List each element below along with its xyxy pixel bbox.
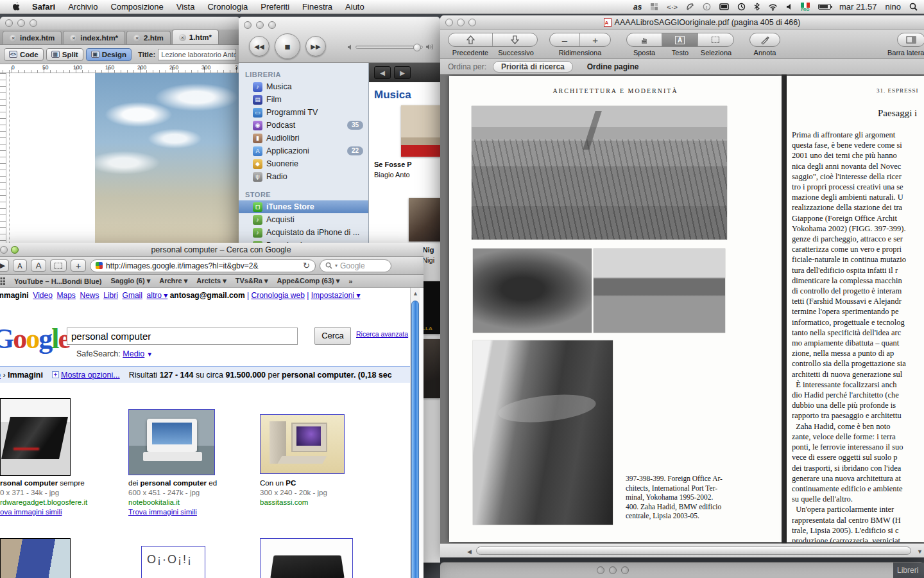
menu-safari[interactable]: Safari <box>26 2 62 12</box>
sidebar-item-suonerie[interactable]: ◆Suonerie <box>239 157 368 170</box>
store-forward-button[interactable]: ▶ <box>394 66 411 79</box>
move-tool-button[interactable] <box>627 33 662 46</box>
sidebar-item-musica[interactable]: ♪Musica <box>239 80 368 93</box>
nav-news[interactable]: News <box>80 291 99 300</box>
battery-icon[interactable] <box>818 1 831 13</box>
webclip-button[interactable] <box>50 259 67 272</box>
increase-text-button[interactable]: A <box>31 259 46 272</box>
next-track-button[interactable]: ▶▶ <box>305 36 326 57</box>
menu-finestra[interactable]: Finestra <box>296 2 339 12</box>
result-image-person[interactable] <box>0 538 71 578</box>
menu-cronologia[interactable]: Cronologia <box>201 2 254 12</box>
nav-video[interactable]: Video <box>33 291 52 300</box>
album-artist[interactable]: Biagio Anto <box>374 171 410 179</box>
safesearch-level-link[interactable]: Medio <box>123 349 144 358</box>
minimize-button[interactable] <box>17 19 25 27</box>
zoom-button[interactable] <box>268 21 276 29</box>
background-window-titlebar[interactable]: Libreri <box>440 562 924 578</box>
volume-thumb[interactable] <box>413 44 421 51</box>
wifi-icon[interactable] <box>768 1 778 13</box>
design-view-button[interactable]: ▣Design <box>86 48 132 61</box>
text-tool-button[interactable]: A <box>662 33 697 46</box>
search-query-input[interactable] <box>67 328 298 345</box>
bookmark-tvs-ra[interactable]: TVs&Ra ▾ <box>235 277 268 285</box>
close-tab-icon[interactable]: × <box>70 35 77 42</box>
vertical-scrollbar[interactable]: ▲ <box>410 288 420 578</box>
sidebar-item-film[interactable]: ▤Film <box>239 93 368 106</box>
result-image-settopbox[interactable] <box>260 538 353 578</box>
tab-index-htm[interactable]: ×index.htm <box>3 31 62 44</box>
close-tab-icon[interactable]: × <box>10 35 17 42</box>
result-image-laptops[interactable] <box>0 398 71 476</box>
close-button[interactable] <box>597 566 604 574</box>
previous-page-button[interactable] <box>449 33 493 46</box>
volume-menu-icon[interactable] <box>786 1 792 13</box>
phone-sync-icon[interactable] <box>686 1 694 13</box>
zoom-in-button[interactable]: + <box>580 33 610 46</box>
preview-titlebar[interactable]: AAAALibroSAGGIOoriginale.pdf (pagina 405… <box>440 15 924 30</box>
itunes-titlebar[interactable]: ◀◀ ■ ▶▶ <box>239 17 440 63</box>
safesearch-dropdown-arrow[interactable]: ▼ <box>147 351 153 358</box>
alert-sync-icon[interactable]: ! <box>703 1 711 13</box>
display-menu-icon[interactable] <box>719 1 729 13</box>
sidebar-item-acquistato-iphone[interactable]: ♪Acquistato da iPhone di ... <box>239 226 368 239</box>
horizontal-scrollbar[interactable]: ◀ ▼ <box>440 543 924 557</box>
top-sites-grid-icon[interactable] <box>0 277 5 285</box>
show-options-link[interactable]: Mostra opzioni... <box>61 371 120 380</box>
clouds-image[interactable] <box>95 73 240 245</box>
bluetooth-icon[interactable] <box>754 1 760 13</box>
time-machine-icon[interactable] <box>737 1 746 13</box>
advanced-search-link[interactable]: Ricerca avanzata <box>356 330 408 338</box>
sidebar-item-programmi-tv[interactable]: ▭Programmi TV <box>239 106 368 119</box>
sidebar-item-applicazioni[interactable]: AApplicazioni22 <box>239 144 368 157</box>
lastfm-menu-icon[interactable]: as <box>633 1 642 13</box>
bookmarks-overflow-chevron[interactable]: » <box>348 277 352 285</box>
bookmark-youtube[interactable]: YouTube – H...Bondi Blue) <box>14 277 101 285</box>
sort-priority-button[interactable]: Priorità di ricerca <box>493 61 573 73</box>
decrease-text-button[interactable]: A <box>13 259 27 272</box>
grid-menu-icon[interactable] <box>650 1 658 13</box>
page-title-input[interactable]: Lezione laboratorio Antonino S <box>158 49 236 60</box>
scrollbar-thumb[interactable] <box>411 301 419 578</box>
annotate-button[interactable] <box>750 33 780 46</box>
scroll-left-arrow[interactable]: ◀ <box>467 548 472 555</box>
apple-menu-icon[interactable] <box>6 1 26 13</box>
menu-aiuto[interactable]: Aiuto <box>339 2 371 12</box>
new-tab-button[interactable]: + <box>71 259 86 272</box>
zoom-button[interactable] <box>468 19 476 26</box>
spotlight-icon[interactable] <box>909 1 918 13</box>
design-canvas[interactable] <box>0 73 240 245</box>
close-button[interactable] <box>244 21 252 29</box>
sidebar-item-audiolibri[interactable]: ▮Audiolibri <box>239 132 368 144</box>
select-tool-button[interactable] <box>698 33 733 46</box>
zoom-button[interactable] <box>30 19 37 27</box>
menubar-user[interactable]: nino <box>885 2 901 12</box>
nav-libri[interactable]: Libri <box>103 291 118 300</box>
tab-1-htm[interactable]: ×1.htm* <box>172 30 219 44</box>
bookmark-archre[interactable]: Archre ▾ <box>159 277 187 285</box>
minimize-button[interactable] <box>0 246 8 254</box>
store-back-button[interactable]: ◀ <box>374 66 391 79</box>
result-image-drawing[interactable]: O¡·O¡!¡ <box>141 546 205 578</box>
web-history-link[interactable]: Cronologia web <box>252 291 305 300</box>
sort-page-order-button[interactable]: Ordine pagine <box>587 62 639 71</box>
input-language-flag-icon[interactable]: PRO <box>801 1 810 13</box>
menu-vista[interactable]: Vista <box>170 2 201 12</box>
volume-slider[interactable] <box>348 44 434 50</box>
previous-track-button[interactable]: ◀◀ <box>249 36 270 57</box>
reload-icon[interactable]: ↻ <box>303 261 310 270</box>
dreamweaver-titlebar[interactable] <box>0 17 240 30</box>
menu-composizione[interactable]: Composizione <box>104 2 169 12</box>
tab-2-htm[interactable]: ×2.htm <box>126 31 171 44</box>
sidebar-item-acquisti[interactable]: ♪Acquisti <box>239 213 368 226</box>
close-tab-icon[interactable]: × <box>133 35 141 42</box>
sidebar-item-itunes-store[interactable]: ◻iTunes Store <box>239 200 368 213</box>
keyboard-viewer-icon[interactable]: <·> <box>667 1 678 13</box>
minimize-button[interactable] <box>457 19 465 26</box>
menu-preferiti[interactable]: Preferiti <box>254 2 296 12</box>
forward-button[interactable]: ▶ <box>0 259 9 272</box>
search-field[interactable]: ▾ Google <box>320 259 391 272</box>
safari-titlebar[interactable]: personal computer – Cerca con Google <box>0 243 424 257</box>
result-image-netbook[interactable] <box>128 409 215 475</box>
nav-gmail[interactable]: Gmail <box>123 291 142 300</box>
